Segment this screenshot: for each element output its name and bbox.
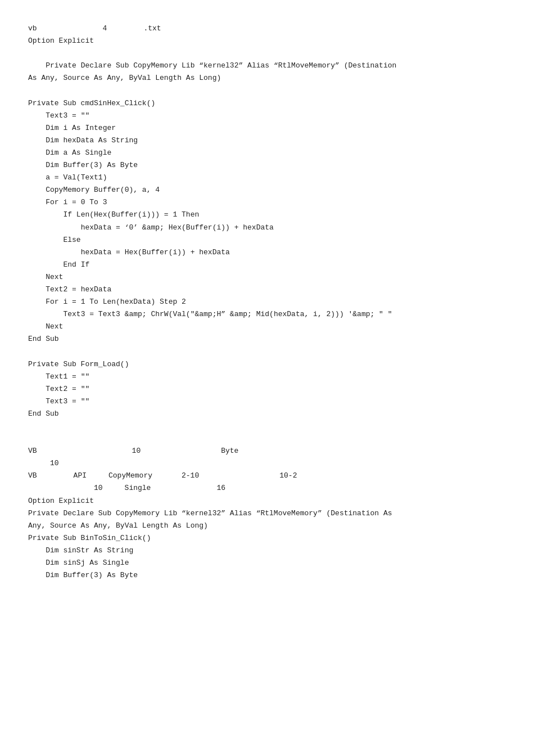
code-content: vb 4 .txt Option Explicit Private Declar… — [28, 22, 506, 582]
